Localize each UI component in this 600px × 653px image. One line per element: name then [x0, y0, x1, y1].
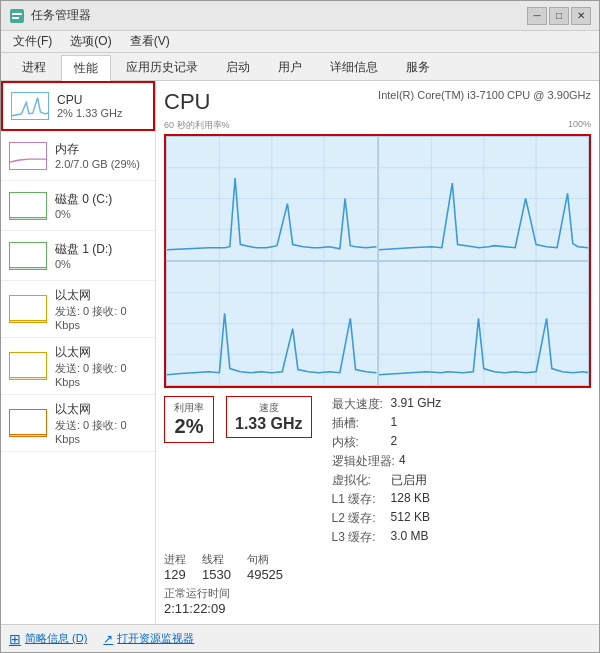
sidebar-item-memory[interactable]: 内存 2.0/7.0 GB (29%): [1, 131, 155, 181]
tab-startup[interactable]: 启动: [213, 54, 263, 80]
minimize-button[interactable]: ─: [527, 7, 547, 25]
max-speed-value: 3.91 GHz: [391, 396, 442, 413]
window-title: 任务管理器: [31, 7, 91, 24]
title-bar-left: 任务管理器: [9, 7, 91, 24]
tab-app-history[interactable]: 应用历史记录: [113, 54, 211, 80]
sidebar-item-eth3[interactable]: 以太网 发送: 0 接收: 0 Kbps: [1, 395, 155, 452]
open-resource-monitor-link[interactable]: ↗ 打开资源监视器: [103, 631, 194, 646]
speed-box: 速度 1.33 GHz: [226, 396, 312, 438]
close-button[interactable]: ✕: [571, 7, 591, 25]
sidebar-disk0-name: 磁盘 0 (C:): [55, 191, 147, 208]
detail-subtitle: Intel(R) Core(TM) i3-7100 CPU @ 3.90GHz: [378, 89, 591, 101]
tab-users[interactable]: 用户: [265, 54, 315, 80]
sidebar-mem-value: 2.0/7.0 GB (29%): [55, 158, 147, 170]
uptime-label: 正常运行时间: [164, 587, 230, 599]
detail-panel: CPU Intel(R) Core(TM) i3-7100 CPU @ 3.90…: [156, 81, 599, 624]
sidebar-thumb-cpu: [11, 92, 49, 120]
sidebar-info-eth3: 以太网 发送: 0 接收: 0 Kbps: [55, 401, 147, 445]
sidebar-cpu-name: CPU: [57, 93, 145, 107]
sidebar-item-disk1[interactable]: 磁盘 1 (D:) 0%: [1, 231, 155, 281]
title-controls: ─ □ ✕: [527, 7, 591, 25]
sidebar-thumb-eth2: [9, 352, 47, 380]
open-icon: ↗: [103, 632, 113, 646]
tabs-bar: 进程 性能 应用历史记录 启动 用户 详细信息 服务: [1, 53, 599, 81]
sidebar-thumb-disk0: [9, 192, 47, 220]
info-row-core: 内核: 2: [332, 434, 442, 451]
info-row-socket: 插槽: 1: [332, 415, 442, 432]
bottom-bar: ⊞ 简略信息 (D) ↗ 打开资源监视器: [1, 624, 599, 652]
info-left: 最大速度: 3.91 GHz 插槽: 1 内核: 2 逻辑处理器:: [332, 396, 442, 546]
sidebar-info-disk0: 磁盘 0 (C:) 0%: [55, 191, 147, 220]
sidebar-item-eth1[interactable]: 以太网 发送: 0 接收: 0 Kbps: [1, 281, 155, 338]
l1-label: L1 缓存:: [332, 491, 387, 508]
tab-process[interactable]: 进程: [9, 54, 59, 80]
chart-max-label: 100%: [568, 119, 591, 132]
sidebar-eth1-name: 以太网: [55, 287, 147, 304]
utilization-value: 2%: [173, 415, 205, 438]
svg-rect-1: [12, 13, 22, 15]
core-value: 2: [391, 434, 398, 451]
thread-label: 线程: [202, 552, 231, 567]
sidebar-item-eth2[interactable]: 以太网 发送: 0 接收: 0 Kbps: [1, 338, 155, 395]
sidebar-thumb-mem: [9, 142, 47, 170]
process-cell: 进程 129: [164, 552, 186, 582]
logical-value: 4: [399, 453, 406, 470]
socket-label: 插槽:: [332, 415, 387, 432]
speed-label: 速度: [235, 401, 303, 415]
thread-value: 1530: [202, 567, 231, 582]
summary-label: 简略信息 (D): [25, 631, 87, 646]
stats-row: 利用率 2% 速度 1.33 GHz 最大速度: 3.91 GHz: [164, 396, 591, 546]
chart-cell-tr: [378, 136, 590, 261]
menu-options[interactable]: 选项(O): [62, 31, 119, 52]
sidebar-disk0-value: 0%: [55, 208, 147, 220]
virt-value: 已启用: [391, 472, 427, 489]
sidebar-disk1-name: 磁盘 1 (D:): [55, 241, 147, 258]
logical-label: 逻辑处理器:: [332, 453, 395, 470]
charts-container: [164, 134, 591, 388]
sidebar-eth2-value: 发送: 0 接收: 0 Kbps: [55, 361, 147, 388]
summary-link[interactable]: ⊞ 简略信息 (D): [9, 631, 87, 647]
info-row-l2: L2 缓存: 512 KB: [332, 510, 442, 527]
app-icon: [9, 8, 25, 24]
info-row-l1: L1 缓存: 128 KB: [332, 491, 442, 508]
summary-icon: ⊞: [9, 631, 21, 647]
sidebar-thumb-disk1: [9, 242, 47, 270]
l2-value: 512 KB: [391, 510, 430, 527]
menu-file[interactable]: 文件(F): [5, 31, 60, 52]
info-row-logical: 逻辑处理器: 4: [332, 453, 442, 470]
tab-performance[interactable]: 性能: [61, 55, 111, 81]
l3-value: 3.0 MB: [391, 529, 429, 546]
utilization-label: 利用率: [173, 401, 205, 415]
thread-cell: 线程 1530: [202, 552, 231, 582]
sidebar-eth1-value: 发送: 0 接收: 0 Kbps: [55, 304, 147, 331]
handle-label: 句柄: [247, 552, 283, 567]
menu-bar: 文件(F) 选项(O) 查看(V): [1, 31, 599, 53]
tab-services[interactable]: 服务: [393, 54, 443, 80]
chart-label-row: 60 秒的利用率% 100%: [164, 119, 591, 132]
sidebar-info-eth2: 以太网 发送: 0 接收: 0 Kbps: [55, 344, 147, 388]
sidebar-info-cpu: CPU 2% 1.33 GHz: [57, 93, 145, 119]
sidebar-info-eth1: 以太网 发送: 0 接收: 0 Kbps: [55, 287, 147, 331]
chart-cell-br: [378, 261, 590, 386]
l2-label: L2 缓存:: [332, 510, 387, 527]
sidebar-cpu-value: 2% 1.33 GHz: [57, 107, 145, 119]
sidebar-item-disk0[interactable]: 磁盘 0 (C:) 0%: [1, 181, 155, 231]
maximize-button[interactable]: □: [549, 7, 569, 25]
virt-label: 虚拟化:: [332, 472, 387, 489]
sidebar-thumb-eth1: [9, 295, 47, 323]
pth-row: 进程 129 线程 1530 句柄 49525: [164, 552, 591, 582]
svg-rect-0: [10, 9, 24, 23]
process-label: 进程: [164, 552, 186, 567]
sidebar: CPU 2% 1.33 GHz 内存 2.0/7.0 GB (29%): [1, 81, 156, 624]
utilization-box: 利用率 2%: [164, 396, 214, 443]
sidebar-item-cpu[interactable]: CPU 2% 1.33 GHz: [1, 81, 155, 131]
l3-label: L3 缓存:: [332, 529, 387, 546]
socket-value: 1: [391, 415, 398, 432]
sidebar-eth2-name: 以太网: [55, 344, 147, 361]
detail-header: CPU Intel(R) Core(TM) i3-7100 CPU @ 3.90…: [164, 89, 591, 115]
info-row-l3: L3 缓存: 3.0 MB: [332, 529, 442, 546]
sidebar-eth3-value: 发送: 0 接收: 0 Kbps: [55, 418, 147, 445]
max-speed-label: 最大速度:: [332, 396, 387, 413]
tab-details[interactable]: 详细信息: [317, 54, 391, 80]
menu-view[interactable]: 查看(V): [122, 31, 178, 52]
